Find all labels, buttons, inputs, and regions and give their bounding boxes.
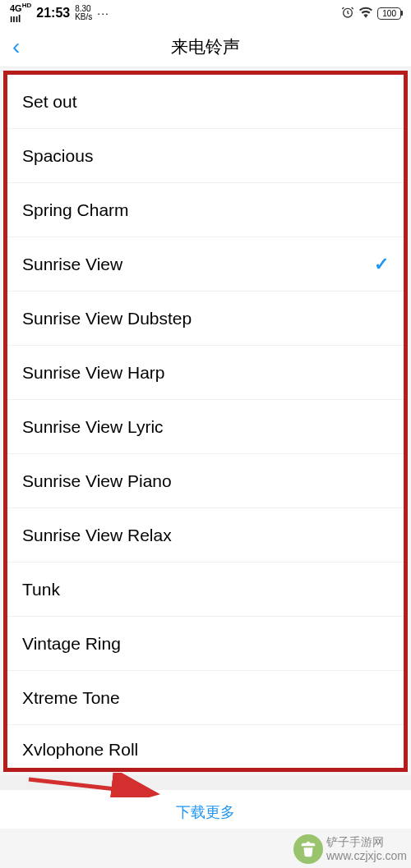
ringtone-item[interactable]: Vintage Ring [7,617,404,671]
footer: 下载更多 [0,790,411,829]
ringtone-item[interactable]: Spacious [7,129,404,183]
ringtone-item[interactable]: Set out [7,75,404,129]
ringtone-name: Sunrise View [22,255,122,274]
ringtone-item[interactable]: Xvlophone Roll [7,725,404,768]
ringtone-name: Vintage Ring [22,634,121,654]
ringtone-name: Spring Charm [22,200,129,220]
footer-gap [0,775,411,790]
ringtone-item[interactable]: Tunk [7,563,404,617]
ringtone-item[interactable]: Sunrise View Harp [7,346,404,400]
ringtone-name: Sunrise View Harp [22,363,165,383]
ringtone-item[interactable]: Sunrise View Lyric [7,400,404,454]
ringtone-name: Xtreme Tone [22,688,120,708]
more-icon: ··· [97,7,109,20]
page-header: ‹ 来电铃声 [0,26,411,67]
back-button[interactable]: ‹ [12,34,20,60]
signal-icon: 4GHD ıııl [10,2,31,25]
ringtone-list: Set outSpaciousSpring CharmSunrise View✓… [7,75,404,768]
ringtone-name: Sunrise View Piano [22,471,172,491]
ringtone-item[interactable]: Sunrise View✓ [7,237,404,292]
ringtone-name: Sunrise View Dubstep [22,309,192,328]
watermark-text: 铲子手游网 www.czjxjc.com [326,835,407,863]
status-right: 100 [341,6,401,21]
wifi-icon [359,7,372,21]
check-icon: ✓ [374,254,389,275]
content-area: Set outSpaciousSpring CharmSunrise View✓… [0,67,411,775]
ringtone-name: Sunrise View Relax [22,526,172,545]
status-left: 4GHD ıııl 21:53 8.30KB/s ··· [10,2,109,25]
ringtone-item[interactable]: Sunrise View Dubstep [7,292,404,346]
ringtone-name: Spacious [22,146,93,166]
ringtone-name: Set out [22,92,77,112]
ringtone-item[interactable]: Sunrise View Piano [7,454,404,508]
ringtone-item[interactable]: Spring Charm [7,183,404,237]
page-title: 来电铃声 [0,35,411,58]
ringtone-name: Sunrise View Lyric [22,417,164,437]
download-more-link[interactable]: 下载更多 [176,804,235,820]
highlight-annotation: Set outSpaciousSpring CharmSunrise View✓… [3,71,408,772]
alarm-icon [341,6,354,21]
ringtone-name: Xvlophone Roll [22,740,138,760]
watermark: 铲子手游网 www.czjxjc.com [293,834,407,864]
ringtone-name: Tunk [22,580,60,599]
watermark-icon [293,834,323,864]
ringtone-item[interactable]: Sunrise View Relax [7,508,404,563]
battery-icon: 100 [377,7,401,20]
clock-time: 21:53 [36,6,70,21]
status-bar: 4GHD ıııl 21:53 8.30KB/s ··· 100 [0,0,411,26]
network-speed: 8.30KB/s [75,5,92,21]
ringtone-item[interactable]: Xtreme Tone [7,671,404,725]
